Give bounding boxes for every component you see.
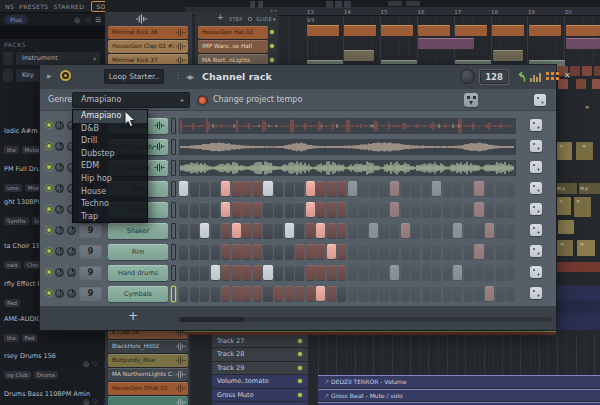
tag-chip[interactable]: ths [4,334,19,342]
undo-icon[interactable] [514,71,527,83]
step-cell[interactable] [411,286,420,301]
step-cell[interactable] [221,202,230,217]
step-cell[interactable] [306,265,315,280]
step-cell[interactable] [348,181,357,196]
step-cell[interactable] [358,202,367,217]
tab-starred[interactable]: STARRED [54,3,85,10]
step-cell[interactable] [295,181,304,196]
step-cell[interactable] [253,244,262,259]
preview-icon[interactable]: ◎ [83,360,89,368]
randomize-dice-icon[interactable] [530,266,542,278]
step-cell[interactable] [285,223,294,238]
step-cell[interactable] [379,202,388,217]
automation-clip[interactable]: ↗DEDZII TERROR - Volume [318,375,600,388]
channel-led[interactable] [270,58,274,62]
step-cell[interactable] [274,181,283,196]
step-cell[interactable] [200,223,209,238]
steps-count-box[interactable]: 9 [79,286,102,301]
step-cell[interactable] [496,244,505,259]
step-cell[interactable] [422,181,431,196]
pan-knob[interactable] [55,268,64,277]
channel-button[interactable]: HouseGen Hat 02 [198,26,268,39]
step-cell[interactable] [348,244,357,259]
channel-led[interactable] [270,30,274,34]
step-cell[interactable] [221,286,230,301]
channel-button[interactable]: BlackHole_Hit02 [108,340,188,353]
step-cell[interactable] [401,265,410,280]
volume-knob[interactable] [67,247,76,256]
step-cell[interactable] [379,244,388,259]
step-cell[interactable] [274,202,283,217]
step-cell[interactable] [411,181,420,196]
steps-count-box[interactable]: 9 [79,265,102,280]
tab-sounds[interactable]: SOUNDS [91,1,105,12]
step-cell[interactable] [358,286,367,301]
sound-list-item[interactable]: Drums Bass 110BPM Amin◎♡⋮sDrums [4,390,105,405]
track-led[interactable] [298,379,302,383]
channel-button[interactable]: HouseGen OHat 02 [108,382,188,395]
pan-knob[interactable] [55,184,64,193]
step-cell[interactable] [464,223,473,238]
step-cell[interactable] [242,244,251,259]
volume-knob[interactable] [67,289,76,298]
graph-editor-bracket[interactable] [171,181,176,197]
step-cell[interactable] [337,265,346,280]
step-cell[interactable] [464,286,473,301]
volume-knob[interactable] [67,226,76,235]
channel-button[interactable]: HouseGen Clap 02 #2 [108,40,188,53]
step-cell[interactable] [369,265,378,280]
preview-icon[interactable]: ◎ [83,398,89,405]
randomize-dice-icon[interactable] [530,161,542,173]
track-led[interactable] [298,366,302,370]
randomize-dice-icon[interactable] [530,119,542,131]
step-cell[interactable] [306,286,315,301]
step-cell[interactable] [327,223,336,238]
loop-record-icon[interactable] [60,70,71,81]
step-cell[interactable] [221,244,230,259]
randomize-dice-icon[interactable] [530,224,542,236]
step-cell[interactable] [232,181,241,196]
tag-chip[interactable]: ths [4,146,19,154]
step-cell[interactable] [390,223,399,238]
channel-button[interactable]: MA NorthernLights C. [108,368,188,381]
genre-option-edm[interactable]: EDM [73,160,147,173]
step-cell[interactable] [506,181,515,196]
tab-presets[interactable]: PRESETS [19,3,48,10]
step-cell[interactable] [179,223,188,238]
tag-chip[interactable]: Synths [4,217,29,225]
step-cell[interactable] [190,244,199,259]
step-cell[interactable] [369,223,378,238]
step-cell[interactable] [474,286,483,301]
step-cell[interactable] [179,202,188,217]
step-cell[interactable] [506,286,515,301]
step-cell[interactable] [474,202,483,217]
step-cell[interactable] [242,181,251,196]
step-cell[interactable] [401,181,410,196]
step-cell[interactable] [358,265,367,280]
loop-starter-box[interactable]: Loop Starter.. [104,69,164,84]
randomize-dice-icon[interactable] [530,203,542,215]
channel-button[interactable]: Burgundy_Rise [108,354,188,367]
genre-option-trap[interactable]: Trap [73,211,147,224]
pan-knob[interactable] [55,121,64,130]
step-cell[interactable] [263,286,272,301]
track-lane[interactable]: ↗DEDZII TERROR - Volume [318,375,600,388]
step-cell[interactable] [306,244,315,259]
channel-name-button[interactable]: Hand drums [108,265,168,281]
step-cell[interactable] [496,223,505,238]
step-cell[interactable] [443,286,452,301]
favorite-icon[interactable]: ♡ [92,398,98,405]
step-cell[interactable] [422,265,431,280]
step-cell[interactable] [316,202,325,217]
step-cell[interactable] [274,223,283,238]
step-cell[interactable] [453,244,462,259]
pan-knob[interactable] [55,289,64,298]
step-cell[interactable] [211,181,220,196]
step-cell[interactable] [432,265,441,280]
step-cell[interactable] [200,244,209,259]
track-lane[interactable] [318,362,600,375]
channel-mute-led[interactable] [46,206,52,212]
step-cell[interactable] [485,286,494,301]
step-cell[interactable] [295,223,304,238]
step-cell[interactable] [411,223,420,238]
